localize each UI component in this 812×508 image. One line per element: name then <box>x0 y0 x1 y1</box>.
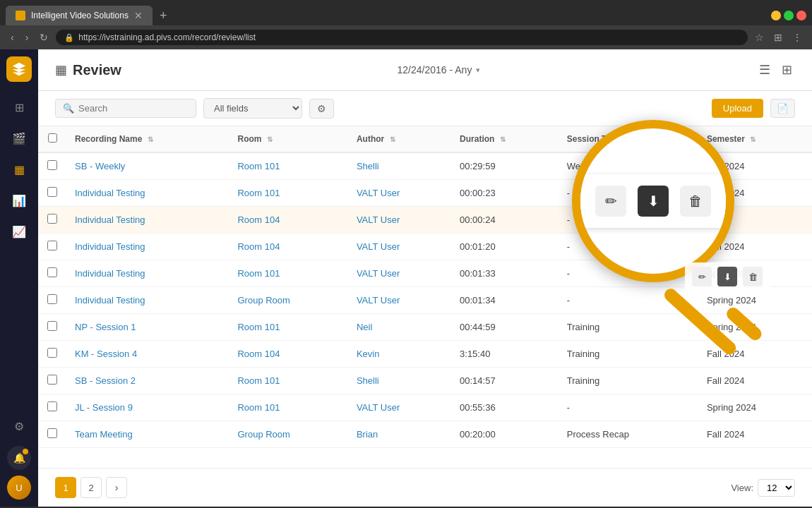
room-link[interactable]: Room 101 <box>237 161 280 171</box>
bookmark-icon[interactable]: ☆ <box>752 30 767 44</box>
row-checkbox[interactable] <box>47 401 57 411</box>
room-link[interactable]: Room 104 <box>237 241 280 252</box>
author-column[interactable]: Author ⇅ <box>348 126 451 152</box>
recording-name-link[interactable]: Team Meeting <box>75 429 133 440</box>
session-type-column[interactable]: Session Type ⇅ <box>559 126 698 152</box>
new-tab-button[interactable]: + <box>155 7 172 25</box>
reload-button[interactable]: ↻ <box>36 30 52 44</box>
semester-cell: Fall 2024 <box>698 180 812 207</box>
pagination-bar: 1 2 › View: 12 25 50 <box>38 468 812 507</box>
sidebar-item-video[interactable]: 🎬 <box>5 124 33 152</box>
author-link[interactable]: VALT User <box>357 241 400 252</box>
page-1-button[interactable]: 1 <box>55 477 76 498</box>
field-selector[interactable]: All fields Recording Name Room Author Du… <box>203 98 302 119</box>
room-link[interactable]: Group Room <box>237 295 289 306</box>
author-link[interactable]: VALT User <box>357 188 400 198</box>
recording-name-link[interactable]: SB - Session 2 <box>75 375 136 386</box>
recording-name-link[interactable]: KM - Session 4 <box>75 349 137 359</box>
row-checkbox-cell <box>38 287 66 314</box>
semester-cell: Fall 2024 <box>698 152 812 180</box>
recording-name-link[interactable]: JL - Session 9 <box>75 402 133 413</box>
duration-column[interactable]: Duration ⇅ <box>451 126 559 152</box>
row-checkbox[interactable] <box>47 187 57 197</box>
author-link[interactable]: Kevin <box>357 349 380 359</box>
recording-name-link[interactable]: SB - Weekly <box>75 161 125 171</box>
row-checkbox[interactable] <box>47 348 57 358</box>
page-title: Review <box>73 62 121 78</box>
search-input[interactable] <box>78 103 170 114</box>
notification-bell[interactable]: 🔔 <box>7 446 31 470</box>
recording-name-link[interactable]: Individual Testing <box>75 295 145 306</box>
room-cell: Group Room <box>229 287 347 314</box>
room-link[interactable]: Room 101 <box>237 322 280 332</box>
recording-name-link[interactable]: Individual Testing <box>75 188 145 198</box>
sidebar-item-review[interactable]: ▦ <box>5 155 33 183</box>
extensions-icon[interactable]: ⊞ <box>771 30 785 44</box>
semester-cell: Spring 2024 <box>698 287 812 314</box>
close-button[interactable]: ✕ <box>796 11 806 20</box>
room-column[interactable]: Room ⇅ <box>229 126 347 152</box>
tab-close-btn[interactable]: ✕ <box>134 10 143 21</box>
room-link[interactable]: Room 104 <box>237 214 280 225</box>
author-link[interactable]: Brian <box>357 429 378 440</box>
sidebar-item-dashboard[interactable]: ⊞ <box>5 93 33 121</box>
author-link[interactable]: VALT User <box>357 268 400 279</box>
row-checkbox[interactable] <box>47 267 57 277</box>
author-link[interactable]: VALT User <box>357 214 400 225</box>
analytics-icon: 📈 <box>12 225 26 238</box>
address-bar[interactable]: 🔒 https://ivstraining.ad.pivs.com/record… <box>56 30 748 45</box>
semester-column[interactable]: Semester ⇅ <box>698 126 812 152</box>
active-tab[interactable]: Intelligent Video Solutions ✕ <box>6 6 153 25</box>
window-controls: — □ ✕ <box>771 11 806 20</box>
file-button[interactable]: 📄 <box>770 99 795 118</box>
room-link[interactable]: Group Room <box>237 429 289 440</box>
maximize-button[interactable]: □ <box>784 11 794 20</box>
recording-name-link[interactable]: Individual Testing <box>75 241 145 252</box>
date-range-selector[interactable]: 12/24/2016 - Any ▾ <box>398 64 481 75</box>
room-link[interactable]: Room 104 <box>237 349 280 359</box>
user-avatar[interactable]: U <box>7 476 31 500</box>
menu-icon[interactable]: ⋮ <box>789 30 805 44</box>
session-type-cell: - <box>559 394 698 421</box>
recording-name-link[interactable]: Individual Testing <box>75 268 145 279</box>
minimize-button[interactable]: — <box>771 11 781 20</box>
page-2-button[interactable]: 2 <box>80 477 102 498</box>
row-checkbox[interactable] <box>47 294 57 304</box>
select-all-checkbox[interactable] <box>48 133 57 143</box>
sidebar-item-analytics[interactable]: 📈 <box>5 217 33 246</box>
session-type-cell: - <box>559 180 698 207</box>
filter-button[interactable]: ⚙ <box>309 99 334 119</box>
upload-button[interactable]: Upload <box>712 99 763 118</box>
review-header-icon: ▦ <box>55 62 67 78</box>
grid-view-button[interactable]: ⊞ <box>779 59 795 80</box>
row-checkbox[interactable] <box>47 428 57 438</box>
row-checkbox[interactable] <box>47 375 57 385</box>
row-checkbox[interactable] <box>47 241 57 250</box>
view-count-select[interactable]: 12 25 50 <box>758 479 795 497</box>
semester-cell: Fa... <box>698 207 812 234</box>
recording-name-link[interactable]: Individual Testing <box>75 214 145 225</box>
duration-cell: 00:44:59 <box>451 314 559 341</box>
sidebar-item-reports[interactable]: 📊 <box>5 186 33 214</box>
next-page-button[interactable]: › <box>106 477 127 498</box>
row-checkbox[interactable] <box>47 160 57 170</box>
room-link[interactable]: Room 101 <box>237 268 280 279</box>
room-link[interactable]: Room 101 <box>237 402 280 413</box>
author-link[interactable]: Shelli <box>357 161 379 171</box>
recording-name-cell: JL - Session 9 <box>66 394 229 421</box>
recording-name-cell: Individual Testing <box>66 180 229 207</box>
sidebar-item-settings[interactable]: ⚙ <box>5 412 33 440</box>
recording-name-link[interactable]: NP - Session 1 <box>75 322 136 332</box>
menu-dots-button[interactable]: ☰ <box>756 59 773 80</box>
row-checkbox[interactable] <box>47 214 57 224</box>
author-link[interactable]: VALT User <box>357 295 400 306</box>
room-link[interactable]: Room 101 <box>237 188 280 198</box>
row-checkbox[interactable] <box>47 321 57 331</box>
recording-name-column[interactable]: Recording Name ⇅ <box>66 126 229 152</box>
back-button[interactable]: ‹ <box>7 30 18 44</box>
author-link[interactable]: VALT User <box>357 402 400 413</box>
author-link[interactable]: Shelli <box>357 375 379 386</box>
author-link[interactable]: Neil <box>357 322 372 332</box>
room-link[interactable]: Room 101 <box>237 375 280 386</box>
forward-button[interactable]: › <box>22 30 32 44</box>
